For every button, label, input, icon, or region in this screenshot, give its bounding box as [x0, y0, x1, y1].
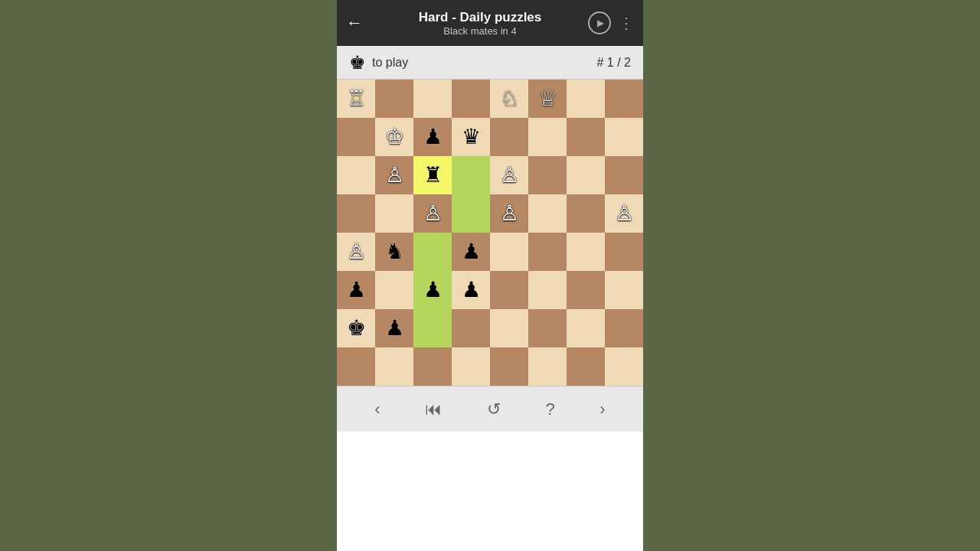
cell-6-4[interactable]: [490, 309, 528, 347]
cell-5-1[interactable]: [375, 271, 413, 309]
cell-2-5[interactable]: [528, 156, 567, 194]
cell-3-1[interactable]: [375, 194, 413, 233]
play-button[interactable]: [588, 11, 611, 34]
white-area: [337, 432, 643, 551]
cell-4-1[interactable]: ♞: [375, 233, 413, 271]
cell-5-4[interactable]: [490, 271, 528, 309]
cell-0-6[interactable]: [567, 80, 605, 118]
cell-6-5[interactable]: [528, 309, 567, 347]
cell-5-0[interactable]: ♟: [337, 271, 375, 309]
cell-7-4[interactable]: [490, 347, 528, 386]
cell-4-2[interactable]: [413, 233, 452, 271]
cell-6-7[interactable]: [605, 309, 643, 347]
cell-4-6[interactable]: [567, 233, 605, 271]
cell-2-7[interactable]: [605, 156, 643, 194]
cell-6-2[interactable]: [413, 309, 452, 347]
cell-0-2[interactable]: [413, 80, 452, 118]
cell-0-3[interactable]: [452, 80, 490, 118]
left-panel: [0, 0, 337, 551]
cell-4-4[interactable]: [490, 233, 528, 271]
phone-container: ← Hard - Daily puzzles Black mates in 4 …: [337, 0, 643, 551]
cell-1-5[interactable]: [528, 118, 567, 156]
board-container: ♖♘♕♔♟♛♙♜♙♙♙♙♙♞♟♟♟♟♚♟: [337, 80, 643, 386]
cell-1-2[interactable]: ♟: [413, 118, 452, 156]
more-button[interactable]: ⋮: [619, 14, 634, 32]
cell-6-1[interactable]: ♟: [375, 309, 413, 347]
prev-button[interactable]: ‹: [368, 396, 386, 422]
cell-3-5[interactable]: [528, 194, 567, 233]
cell-0-0[interactable]: ♖: [337, 80, 375, 118]
hint-button[interactable]: ?: [539, 396, 560, 422]
header-title-area: Hard - Daily puzzles Black mates in 4: [372, 10, 588, 37]
cell-0-7[interactable]: [605, 80, 643, 118]
controls-bar: ‹ ⏮ ↺ ? ›: [337, 386, 643, 432]
cell-2-0[interactable]: [337, 156, 375, 194]
cell-2-1[interactable]: ♙: [375, 156, 413, 194]
cell-5-3[interactable]: ♟: [452, 271, 490, 309]
back-button[interactable]: ←: [346, 13, 363, 33]
cell-0-1[interactable]: [375, 80, 413, 118]
cell-4-3[interactable]: ♟: [452, 233, 490, 271]
cell-7-0[interactable]: [337, 347, 375, 386]
cell-7-5[interactable]: [528, 347, 567, 386]
cell-0-5[interactable]: ♕: [528, 80, 567, 118]
cell-6-0[interactable]: ♚: [337, 309, 375, 347]
puzzle-subtitle: Black mates in 4: [443, 25, 516, 37]
cell-6-6[interactable]: [567, 309, 605, 347]
next-button[interactable]: ›: [593, 396, 611, 422]
cell-1-3[interactable]: ♛: [452, 118, 490, 156]
cell-1-1[interactable]: ♔: [375, 118, 413, 156]
cell-2-2[interactable]: ♜: [413, 156, 452, 194]
cell-6-3[interactable]: [452, 309, 490, 347]
right-panel: [643, 0, 980, 551]
cell-2-4[interactable]: ♙: [490, 156, 528, 194]
puzzle-title: Hard - Daily puzzles: [419, 10, 542, 25]
to-play-section: ♚ to play: [349, 52, 408, 73]
cell-4-5[interactable]: [528, 233, 567, 271]
black-king-icon: ♚: [349, 52, 366, 73]
cell-7-1[interactable]: [375, 347, 413, 386]
cell-0-4[interactable]: ♘: [490, 80, 528, 118]
cell-2-3[interactable]: [452, 156, 490, 194]
cell-5-2[interactable]: ♟: [413, 271, 452, 309]
cell-7-6[interactable]: [567, 347, 605, 386]
first-button[interactable]: ⏮: [419, 396, 448, 422]
cell-1-6[interactable]: [567, 118, 605, 156]
header-actions: ⋮: [588, 11, 634, 34]
cell-5-6[interactable]: [567, 271, 605, 309]
cell-3-4[interactable]: ♙: [490, 194, 528, 233]
cell-4-7[interactable]: [605, 233, 643, 271]
puzzle-number: # 1 / 2: [597, 56, 631, 70]
cell-3-2[interactable]: ♙: [413, 194, 452, 233]
app-header: ← Hard - Daily puzzles Black mates in 4 …: [337, 0, 643, 46]
cell-7-7[interactable]: [605, 347, 643, 386]
to-play-text: to play: [372, 56, 408, 70]
cell-3-3[interactable]: [452, 194, 490, 233]
undo-button[interactable]: ↺: [481, 396, 507, 422]
cell-7-2[interactable]: [413, 347, 452, 386]
cell-3-6[interactable]: [567, 194, 605, 233]
cell-1-0[interactable]: [337, 118, 375, 156]
cell-5-5[interactable]: [528, 271, 567, 309]
cell-1-7[interactable]: [605, 118, 643, 156]
cell-2-6[interactable]: [567, 156, 605, 194]
status-bar: ♚ to play # 1 / 2: [337, 46, 643, 80]
cell-1-4[interactable]: [490, 118, 528, 156]
cell-3-0[interactable]: [337, 194, 375, 233]
cell-5-7[interactable]: [605, 271, 643, 309]
cell-7-3[interactable]: [452, 347, 490, 386]
cell-4-0[interactable]: ♙: [337, 233, 375, 271]
chess-board[interactable]: ♖♘♕♔♟♛♙♜♙♙♙♙♙♞♟♟♟♟♚♟: [337, 80, 643, 386]
cell-3-7[interactable]: ♙: [605, 194, 643, 233]
